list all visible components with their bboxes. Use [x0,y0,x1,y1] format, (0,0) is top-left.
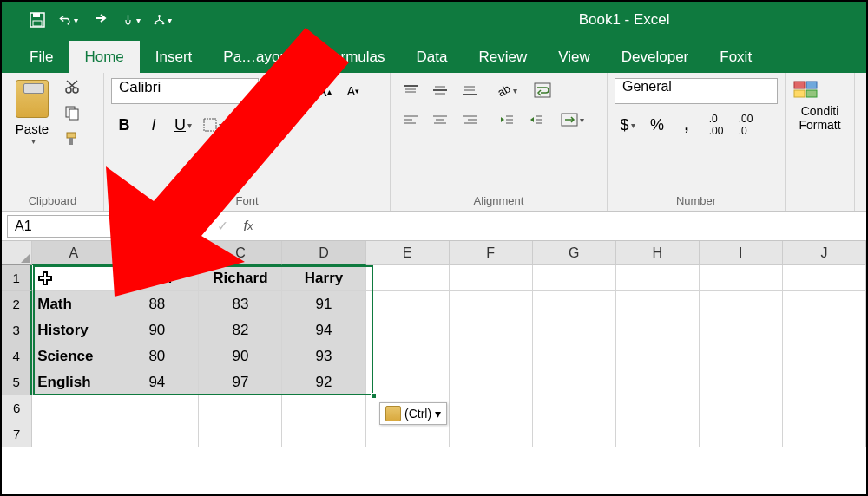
cell-f7[interactable] [450,421,533,447]
row-header-2[interactable]: 2 [2,291,32,317]
row-header-6[interactable]: 6 [2,395,32,421]
currency-icon[interactable]: $▾ [615,113,641,137]
orientation-icon[interactable]: ab▾ [493,78,519,102]
cell-j5[interactable] [783,369,866,395]
cell-a6[interactable] [32,395,115,421]
row-header-4[interactable]: 4 [2,343,32,369]
tab-review[interactable]: Review [463,41,542,73]
cell-h6[interactable] [616,395,700,421]
align-top-icon[interactable] [398,78,424,102]
save-icon[interactable] [28,10,47,29]
cell-b4[interactable]: 80 [115,343,199,369]
format-painter-icon[interactable] [62,130,82,147]
bold-button[interactable]: B [111,113,137,137]
font-name-select[interactable]: Calibri [111,78,259,104]
cancel-formula-icon[interactable]: ✕ [186,218,210,234]
tab-file[interactable]: File [14,41,69,73]
wrap-text-icon[interactable] [529,78,556,102]
cell-g7[interactable] [533,421,616,447]
font-color-button[interactable]: A▾ [259,113,285,137]
align-center-icon[interactable] [427,108,453,132]
cell-h1[interactable] [616,265,700,291]
col-header-d[interactable]: D [282,241,365,265]
cell-f2[interactable] [450,291,533,317]
fx-icon[interactable]: fx [234,215,262,238]
cell-d7[interactable] [282,421,365,447]
cell-f5[interactable] [450,369,533,395]
cell-h7[interactable] [616,421,700,447]
cell-e2[interactable] [366,291,450,317]
copy-icon[interactable] [62,104,82,121]
cell-a4[interactable]: Science [32,343,115,369]
align-right-icon[interactable] [457,108,483,132]
number-format-select[interactable]: General [615,78,778,104]
cell-i6[interactable] [700,395,783,421]
cell-b2[interactable]: 88 [115,291,199,317]
row-header-5[interactable]: 5 [2,369,32,395]
cell-d1[interactable]: Harry [282,265,365,291]
cell-h4[interactable] [616,343,700,369]
name-box[interactable] [7,215,181,238]
cell-d3[interactable]: 94 [282,317,365,343]
cell-e7[interactable] [366,421,450,447]
col-header-i[interactable]: I [700,241,783,265]
tab-developer[interactable]: Developer [606,41,705,73]
col-header-j[interactable]: J [783,241,866,265]
align-middle-icon[interactable] [427,78,453,102]
cell-g5[interactable] [533,369,616,395]
comma-icon[interactable]: , [674,113,700,137]
cell-i4[interactable] [700,343,783,369]
cell-i1[interactable] [700,265,783,291]
conditional-formatting-icon[interactable] [792,78,847,104]
cell-d5[interactable]: 92 [282,369,365,395]
cell-c1[interactable]: Richard [199,265,282,291]
cell-b3[interactable]: 90 [115,317,199,343]
cell-g6[interactable] [533,395,616,421]
col-header-g[interactable]: G [533,241,616,265]
row-header-7[interactable]: 7 [2,421,32,447]
tab-foxit[interactable]: Foxit [704,41,767,73]
cell-i7[interactable] [700,421,783,447]
cell-c3[interactable]: 82 [199,317,282,343]
cell-a5[interactable]: English [32,369,115,395]
col-header-f[interactable]: F [450,241,533,265]
align-left-icon[interactable] [398,108,424,132]
cell-g1[interactable] [533,265,616,291]
cell-e3[interactable] [366,317,450,343]
percent-icon[interactable]: % [644,113,670,137]
increase-indent-icon[interactable] [523,108,549,132]
cell-e1[interactable] [366,265,450,291]
cell-c5[interactable]: 97 [199,369,282,395]
cell-h5[interactable] [616,369,700,395]
paste-options-popup[interactable]: (Ctrl) ▾ [379,402,447,425]
row-header-3[interactable]: 3 [2,317,32,343]
tab-view[interactable]: View [542,41,606,73]
cell-j2[interactable] [783,291,866,317]
col-header-e[interactable]: E [366,241,450,265]
cell-j3[interactable] [783,317,866,343]
row-header-1[interactable]: 1 [2,265,32,291]
decrease-decimal-icon[interactable]: .00.0 [733,113,759,137]
tab-formulas[interactable]: Formulas [308,41,401,73]
cell-j1[interactable] [783,265,866,291]
tab-home[interactable]: Home [69,41,139,73]
formula-input[interactable] [262,215,866,238]
underline-button[interactable]: U▾ [170,113,196,137]
cell-c4[interactable]: 90 [199,343,282,369]
cell-g2[interactable] [533,291,616,317]
cell-b7[interactable] [115,421,199,447]
borders-button[interactable]: ▾ [200,113,226,137]
cell-c2[interactable]: 83 [199,291,282,317]
cell-d4[interactable]: 93 [282,343,365,369]
cell-i5[interactable] [700,369,783,395]
italic-button[interactable]: I [141,113,167,137]
cell-h3[interactable] [616,317,700,343]
cell-i2[interactable] [700,291,783,317]
cell-b5[interactable]: 94 [115,369,199,395]
decrease-font-icon[interactable]: A▾ [340,79,366,103]
cell-f3[interactable] [450,317,533,343]
cell-b6[interactable] [115,395,199,421]
cell-j4[interactable] [783,343,866,369]
cell-a1[interactable] [32,265,115,291]
col-header-a[interactable]: A [32,241,115,265]
